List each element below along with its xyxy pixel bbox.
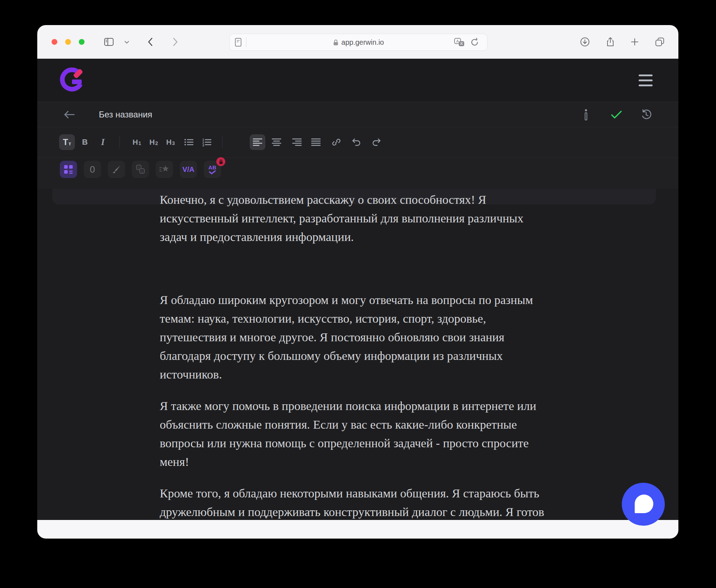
blocks-button[interactable]	[60, 161, 77, 178]
reload-button[interactable]	[470, 38, 479, 47]
reader-icon	[235, 38, 241, 47]
new-tab-button[interactable]	[630, 37, 640, 47]
bottom-strip	[37, 520, 678, 539]
hamburger-icon	[639, 74, 653, 76]
download-icon	[580, 37, 590, 47]
support-chat-button[interactable]	[622, 483, 665, 526]
bullet-list-button[interactable]	[184, 138, 193, 146]
svg-text:A: A	[456, 39, 459, 43]
blocks-icon	[64, 165, 73, 174]
translate-icon: A	[454, 38, 465, 47]
zero-counter-button[interactable]: 0	[84, 161, 101, 178]
justify-button[interactable]	[311, 138, 321, 146]
chevron-down-icon	[125, 41, 129, 44]
browser-window: app.gerwin.io A	[37, 25, 678, 539]
minimize-window-button[interactable]	[65, 39, 71, 45]
heading3-button[interactable]: H 3	[166, 138, 175, 146]
document-title[interactable]: Без названия	[99, 110, 152, 120]
paintbrush-icon	[112, 165, 121, 174]
share-button[interactable]	[605, 37, 615, 47]
align-left-icon	[253, 138, 262, 146]
sidebar-toggle-button[interactable]	[104, 37, 114, 47]
save-confirm-button[interactable]	[610, 110, 623, 119]
paragraph[interactable]	[160, 259, 604, 278]
paragraph[interactable]: Конечно, я с удовольствием расскажу о св…	[160, 191, 604, 246]
address-bar[interactable]: app.gerwin.io A	[229, 34, 487, 51]
url-text: app.gerwin.io	[341, 38, 384, 47]
downloads-button[interactable]	[580, 37, 590, 47]
hamburger-icon	[639, 79, 653, 81]
undo-button[interactable]	[351, 138, 361, 147]
divider	[120, 136, 120, 148]
back-button[interactable]	[146, 37, 156, 47]
plus-icon	[630, 37, 640, 47]
align-right-icon	[292, 138, 302, 146]
reader-view-button[interactable]	[235, 38, 241, 47]
app-header	[37, 59, 678, 102]
heading1-button[interactable]: H 1	[133, 138, 141, 146]
browser-chrome: app.gerwin.io A	[37, 25, 678, 59]
star-sparkle-icon	[159, 165, 169, 174]
tab-overview-button[interactable]	[655, 37, 665, 47]
close-window-button[interactable]	[52, 39, 57, 45]
paragraph[interactable]: Я обладаю широким кругозором и могу отве…	[160, 291, 604, 384]
divider	[246, 37, 246, 47]
link-button[interactable]	[332, 138, 341, 147]
justify-icon	[311, 138, 321, 146]
undo-icon	[351, 138, 361, 147]
arrow-left-icon	[63, 110, 76, 119]
lock-icon	[219, 159, 223, 164]
editor-scroll-area[interactable]: Конечно, я с удовольствием расскажу о св…	[37, 189, 678, 539]
align-center-button[interactable]	[272, 138, 281, 146]
paragraph[interactable]: Я также могу помочь в проведении поиска …	[160, 397, 604, 471]
info-button[interactable]	[584, 109, 588, 120]
divider	[222, 136, 223, 148]
locked-feature-badge	[216, 157, 225, 166]
paragraph[interactable]: Кроме того, я обладаю некоторыми навыкам…	[160, 484, 604, 521]
theater-masks-icon	[135, 165, 145, 174]
format-toolbar: T т B I H 1 H 2 H 3 1	[37, 127, 678, 158]
menu-button[interactable]	[639, 74, 653, 90]
text-style-button[interactable]: T т	[63, 137, 71, 147]
heading2-button[interactable]: H 2	[149, 138, 158, 146]
align-left-button[interactable]	[253, 138, 262, 146]
italic-button[interactable]: I	[101, 137, 105, 147]
check-icon	[209, 170, 216, 174]
ordered-list-icon: 1 2 3	[202, 138, 211, 146]
style-brush-button[interactable]	[108, 161, 125, 178]
spellcheck-button[interactable]: AB	[204, 161, 221, 178]
chat-bubble-icon	[635, 495, 653, 513]
gerwin-logo[interactable]	[60, 67, 84, 92]
tone-masks-button[interactable]	[132, 161, 149, 178]
zoom-window-button[interactable]	[79, 39, 85, 45]
link-icon	[332, 138, 341, 147]
hamburger-icon	[639, 85, 653, 86]
align-right-button[interactable]	[292, 138, 302, 146]
sidebar-icon	[104, 37, 114, 47]
bold-button[interactable]: B	[82, 138, 88, 147]
reload-icon	[470, 38, 479, 47]
lock-icon	[333, 39, 338, 46]
forward-button[interactable]	[170, 37, 180, 47]
tools-toolbar: 0 V/A	[37, 158, 678, 189]
editor-content[interactable]: Конечно, я с удовольствием расскажу о св…	[160, 191, 604, 534]
sidebar-menu-chevron[interactable]	[125, 41, 129, 44]
redo-button[interactable]	[372, 138, 382, 147]
magic-star-button[interactable]	[156, 161, 173, 178]
gerwin-logo-icon	[60, 67, 84, 92]
redo-icon	[372, 138, 382, 147]
tabs-icon	[655, 37, 665, 47]
ab-versions-button[interactable]: V/A	[180, 161, 197, 178]
back-to-documents-button[interactable]	[63, 110, 76, 119]
history-button[interactable]	[640, 109, 652, 120]
check-icon	[610, 110, 623, 119]
ordered-list-button[interactable]: 1 2 3	[202, 138, 211, 146]
bullet-list-icon	[184, 138, 193, 146]
info-icon	[584, 109, 588, 120]
history-icon	[640, 109, 652, 120]
translate-button[interactable]: A	[454, 38, 465, 47]
document-title-bar: Без названия	[37, 102, 678, 127]
share-icon	[605, 37, 615, 47]
chevron-left-icon	[146, 37, 156, 47]
svg-text:3: 3	[202, 144, 204, 146]
